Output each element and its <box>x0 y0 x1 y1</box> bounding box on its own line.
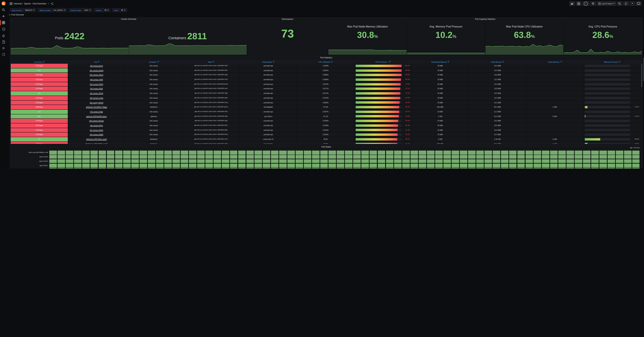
pod-cell: loki-canary-z5btm <box>68 128 125 132</box>
memory-pressure-gauge <box>585 92 630 95</box>
pod-link[interactable]: loki-canary-z5btm <box>90 129 103 131</box>
requested-memory-cell: 20 MiB <box>412 64 469 68</box>
zoom-out-button[interactable] <box>617 1 622 6</box>
table-row: 6 sloki-canary-225zkloki-canarygke-dev-u… <box>11 91 641 96</box>
clock-icon <box>598 2 601 5</box>
pod-states-cells <box>49 155 640 159</box>
pod-link[interactable]: loki-canary-sfswm <box>90 74 103 76</box>
pod-link[interactable]: loki-canary-t9mn9 <box>90 101 103 103</box>
panel-title[interactable]: Cluster Overview <box>10 18 247 20</box>
used-memory-cell: 15.6 MiB <box>469 119 526 123</box>
panel-title[interactable]: Pod Statistics <box>10 57 642 59</box>
column-header-cpu-pressure[interactable]: CPU Pressure↓ <box>354 60 412 64</box>
grafana-logo-icon[interactable] <box>0 0 7 7</box>
save-button[interactable] <box>576 1 582 6</box>
pod-link[interactable]: gateway-6f564d49b4-jdpzs <box>86 115 107 117</box>
column-header-namespace[interactable]: Namespace <box>240 60 297 64</box>
pod-link[interactable]: loki-canary-2h9r9 <box>90 83 103 85</box>
kiosk-mode-button[interactable] <box>636 1 642 6</box>
filter-funnel-icon[interactable] <box>502 61 504 63</box>
column-header-last-seen[interactable]: Last Seen <box>11 60 68 64</box>
filter-funnel-icon[interactable] <box>560 61 562 63</box>
cpu-utilization-cell: 181% <box>297 137 354 141</box>
panel-title[interactable]: Namespaces <box>248 18 327 20</box>
filter-funnel-icon[interactable] <box>448 61 449 63</box>
filter-funnel-icon[interactable] <box>213 61 214 63</box>
filter-value-dropdown[interactable]: All <box>120 8 127 12</box>
filter-funnel-icon[interactable] <box>273 61 274 63</box>
pod-link[interactable]: loki-canary-jjnm2 <box>90 65 103 67</box>
pod-link[interactable]: distributor-7cfb6c68bb-ncn26 <box>86 143 108 144</box>
cpu-utilization-cell: 0.970% <box>297 96 354 100</box>
panel-title[interactable]: Pod Capacity Statistics <box>328 18 642 20</box>
pod-link[interactable]: loki-canary-mhmgs <box>89 120 104 122</box>
page-scrollbar[interactable] <box>643 58 644 81</box>
filter-value-dropdown[interactable]: All <box>103 8 110 12</box>
pod-link[interactable]: loki-canary-r6tdb <box>90 88 103 90</box>
memory-pressure-cell <box>584 77 641 82</box>
column-header-node[interactable]: Node <box>182 60 240 64</box>
namespace-cell: promtail-ops <box>240 68 297 72</box>
cpu-utilization-cell: 0.971% <box>297 87 354 91</box>
filter-value-dropdown[interactable]: main <box>82 8 92 12</box>
column-header-memory-pressure[interactable]: Memory Pressure <box>584 60 641 64</box>
refresh-button[interactable] <box>623 1 629 6</box>
table-row: 6 sgateway-6f564d49b4-jdpzsgatewaygke-de… <box>11 114 641 119</box>
admin-shield-icon[interactable] <box>0 51 7 58</box>
stat-pods: Pods2422 <box>11 21 129 55</box>
filter-value-dropdown[interactable]: Splunk 8 <box>23 8 36 12</box>
filter-funnel-icon[interactable] <box>98 61 100 63</box>
filter-funnel-icon[interactable] <box>619 61 620 63</box>
settings-gear-icon[interactable] <box>0 45 7 51</box>
time-picker[interactable]: Last 6 hours <box>597 1 616 6</box>
filter-funnel-icon[interactable] <box>43 61 44 63</box>
breadcrumb-title[interactable]: Splunk - Pod Overview <box>24 2 46 5</box>
add-panel-button[interactable] <box>569 1 575 6</box>
pod-link[interactable]: loki-canary-c4b9l <box>90 78 103 80</box>
legend-item-running[interactable]: Running <box>630 147 640 149</box>
memory-pressure-cell <box>584 68 641 72</box>
section-title: Pod Overview <box>12 14 24 16</box>
pod-link[interactable]: distributor-9fcd48dc7-56ggy <box>86 106 107 108</box>
explore-compass-icon[interactable] <box>0 26 7 32</box>
filter-funnel-icon[interactable] <box>331 61 333 63</box>
column-header-used-memory[interactable]: Used Memory <box>469 60 526 64</box>
section-header[interactable]: Pod Overview <box>9 14 24 16</box>
create-plus-icon[interactable] <box>0 13 7 19</box>
stat-value: 28.6% <box>564 30 642 40</box>
last-seen-cell: 4.73 hour <box>11 123 68 128</box>
docs-file-icon[interactable] <box>0 38 7 45</box>
alerting-bell-icon[interactable] <box>0 32 7 38</box>
pod-link[interactable]: loki-canary-lw9gl <box>90 111 103 113</box>
pod-link[interactable]: loki-canary-225zk <box>90 92 103 94</box>
star-icon[interactable]: ☆ <box>48 2 50 5</box>
filter-funnel-icon[interactable] <box>157 61 159 63</box>
pod-link[interactable]: loki-canary-th9xs <box>90 124 103 126</box>
column-header-requested-memory[interactable]: Requested Memory <box>412 60 469 64</box>
column-header-pod[interactable]: Pod <box>68 60 125 64</box>
breadcrumb-folder[interactable]: General / <box>14 2 23 5</box>
pod-link[interactable]: loki-canary-dmwkl <box>90 69 103 71</box>
container-cell: loki-canary <box>125 123 182 128</box>
filter-label: Events Index <box>69 8 82 12</box>
pod-link[interactable]: loki-canary-z8q95 <box>90 134 103 136</box>
table-row: 3.56 hourdistributor-9fcd48dc7-56ggydist… <box>11 105 641 109</box>
dashboard-settings-button[interactable] <box>590 1 596 6</box>
share-icon[interactable] <box>51 2 54 5</box>
filter-value-dropdown[interactable]: em_metrics <box>52 8 67 12</box>
dashboards-icon[interactable] <box>0 19 7 26</box>
table-scrollbar[interactable] <box>641 64 642 87</box>
filter-funnel-icon[interactable] <box>389 61 391 63</box>
pod-states-heatmap[interactable]: admin-api-6bb788dfb4-ccxlbagent-22d76age… <box>12 151 640 168</box>
column-header-container[interactable]: Container <box>125 60 182 64</box>
panel-title[interactable]: Pod States <box>10 146 642 148</box>
cpu-pressure-gauge <box>356 83 402 85</box>
refresh-interval-dropdown[interactable] <box>630 1 635 6</box>
pod-link[interactable]: loki-canary-vcwrg <box>90 97 103 99</box>
column-header-limits-memory[interactable]: Limits Memory <box>526 60 584 64</box>
search-icon[interactable] <box>0 7 7 13</box>
column-header-cpu-utilization[interactable]: CPU Utilization <box>297 60 354 64</box>
pod-link[interactable]: distributor-6ff57fdd4c-qwj2t <box>86 138 107 140</box>
pod-states-y-label: agent-22d76 <box>12 156 49 158</box>
info-button[interactable]: i <box>582 1 589 6</box>
